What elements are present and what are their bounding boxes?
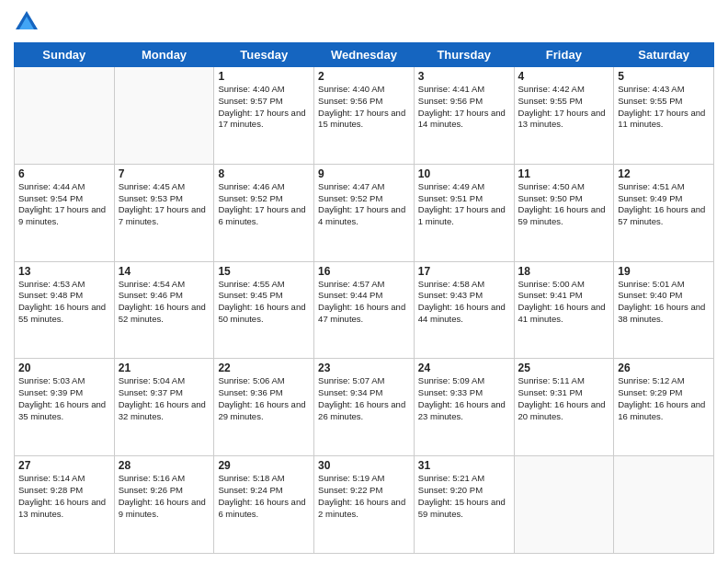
day-info: Sunrise: 5:06 AM Sunset: 9:36 PM Dayligh…: [218, 375, 310, 422]
calendar-cell: [514, 456, 614, 554]
day-info: Sunrise: 5:16 AM Sunset: 9:26 PM Dayligh…: [119, 473, 210, 520]
day-number: 12: [618, 167, 710, 180]
day-number: 10: [418, 167, 510, 180]
calendar-cell: 20Sunrise: 5:03 AM Sunset: 9:39 PM Dayli…: [15, 359, 115, 456]
calendar-cell: 29Sunrise: 5:18 AM Sunset: 9:24 PM Dayli…: [214, 456, 314, 554]
day-number: 24: [418, 362, 510, 374]
day-number: 9: [318, 167, 410, 180]
day-number: 25: [518, 362, 610, 374]
calendar-cell: 9Sunrise: 4:47 AM Sunset: 9:52 PM Daylig…: [314, 164, 415, 261]
day-number: 16: [318, 265, 410, 278]
calendar-cell: 19Sunrise: 5:01 AM Sunset: 9:40 PM Dayli…: [614, 261, 714, 359]
calendar-cell: 11Sunrise: 4:50 AM Sunset: 9:50 PM Dayli…: [514, 164, 614, 261]
calendar-cell: 28Sunrise: 5:16 AM Sunset: 9:26 PM Dayli…: [114, 456, 214, 554]
calendar-week-2: 6Sunrise: 4:44 AM Sunset: 9:54 PM Daylig…: [15, 164, 714, 261]
day-number: 19: [618, 265, 710, 278]
day-number: 21: [119, 362, 210, 374]
calendar-header-tuesday: Tuesday: [214, 43, 314, 67]
calendar-cell: 30Sunrise: 5:19 AM Sunset: 9:22 PM Dayli…: [314, 456, 415, 554]
calendar-cell: 13Sunrise: 4:53 AM Sunset: 9:48 PM Dayli…: [15, 261, 115, 359]
day-info: Sunrise: 4:47 AM Sunset: 9:52 PM Dayligh…: [318, 181, 410, 228]
day-number: 8: [218, 167, 310, 180]
page: SundayMondayTuesdayWednesdayThursdayFrid…: [0, 0, 728, 563]
logo-icon: [14, 9, 40, 35]
calendar-cell: 5Sunrise: 4:43 AM Sunset: 9:55 PM Daylig…: [614, 67, 714, 165]
day-number: 3: [418, 70, 510, 83]
calendar-cell: 6Sunrise: 4:44 AM Sunset: 9:54 PM Daylig…: [15, 164, 115, 261]
day-info: Sunrise: 5:19 AM Sunset: 9:22 PM Dayligh…: [318, 473, 410, 520]
day-number: 27: [18, 459, 110, 472]
calendar-cell: 21Sunrise: 5:04 AM Sunset: 9:37 PM Dayli…: [114, 359, 214, 456]
day-number: 18: [518, 265, 610, 278]
day-number: 29: [218, 459, 310, 472]
calendar-header-friday: Friday: [514, 43, 614, 67]
day-info: Sunrise: 4:40 AM Sunset: 9:57 PM Dayligh…: [218, 84, 310, 131]
calendar-cell: 25Sunrise: 5:11 AM Sunset: 9:31 PM Dayli…: [514, 359, 614, 456]
day-number: 6: [18, 167, 110, 180]
day-info: Sunrise: 5:12 AM Sunset: 9:29 PM Dayligh…: [618, 375, 710, 422]
day-info: Sunrise: 4:54 AM Sunset: 9:46 PM Dayligh…: [119, 279, 210, 326]
day-number: 4: [518, 70, 610, 83]
day-info: Sunrise: 5:00 AM Sunset: 9:41 PM Dayligh…: [518, 279, 610, 326]
day-number: 26: [618, 362, 710, 374]
calendar-header-thursday: Thursday: [414, 43, 514, 67]
day-info: Sunrise: 4:45 AM Sunset: 9:53 PM Dayligh…: [119, 181, 210, 228]
day-info: Sunrise: 5:01 AM Sunset: 9:40 PM Dayligh…: [618, 279, 710, 326]
calendar-cell: 16Sunrise: 4:57 AM Sunset: 9:44 PM Dayli…: [314, 261, 415, 359]
day-info: Sunrise: 5:07 AM Sunset: 9:34 PM Dayligh…: [318, 375, 410, 422]
calendar-header-sunday: Sunday: [15, 43, 115, 67]
calendar-cell: 24Sunrise: 5:09 AM Sunset: 9:33 PM Dayli…: [414, 359, 514, 456]
header: [14, 9, 714, 35]
calendar-cell: 8Sunrise: 4:46 AM Sunset: 9:52 PM Daylig…: [214, 164, 314, 261]
calendar-cell: 4Sunrise: 4:42 AM Sunset: 9:55 PM Daylig…: [514, 67, 614, 165]
calendar-week-3: 13Sunrise: 4:53 AM Sunset: 9:48 PM Dayli…: [15, 261, 714, 359]
day-info: Sunrise: 5:11 AM Sunset: 9:31 PM Dayligh…: [518, 375, 610, 422]
day-info: Sunrise: 5:04 AM Sunset: 9:37 PM Dayligh…: [119, 375, 210, 422]
calendar-cell: 26Sunrise: 5:12 AM Sunset: 9:29 PM Dayli…: [614, 359, 714, 456]
day-number: 14: [119, 265, 210, 278]
calendar-cell: 31Sunrise: 5:21 AM Sunset: 9:20 PM Dayli…: [414, 456, 514, 554]
day-number: 31: [418, 459, 510, 472]
calendar-table: SundayMondayTuesdayWednesdayThursdayFrid…: [14, 42, 714, 554]
calendar-cell: 2Sunrise: 4:40 AM Sunset: 9:56 PM Daylig…: [314, 67, 415, 165]
calendar-cell: 23Sunrise: 5:07 AM Sunset: 9:34 PM Dayli…: [314, 359, 415, 456]
day-number: 23: [318, 362, 410, 374]
calendar-cell: 12Sunrise: 4:51 AM Sunset: 9:49 PM Dayli…: [614, 164, 714, 261]
calendar-cell: 27Sunrise: 5:14 AM Sunset: 9:28 PM Dayli…: [15, 456, 115, 554]
day-info: Sunrise: 4:51 AM Sunset: 9:49 PM Dayligh…: [618, 181, 710, 228]
day-number: 2: [318, 70, 410, 83]
day-number: 20: [18, 362, 110, 374]
day-number: 1: [218, 70, 310, 83]
day-info: Sunrise: 4:53 AM Sunset: 9:48 PM Dayligh…: [18, 279, 110, 326]
day-number: 30: [318, 459, 410, 472]
day-info: Sunrise: 4:44 AM Sunset: 9:54 PM Dayligh…: [18, 181, 110, 228]
calendar-cell: 10Sunrise: 4:49 AM Sunset: 9:51 PM Dayli…: [414, 164, 514, 261]
calendar-header-saturday: Saturday: [614, 43, 714, 67]
calendar-cell: 3Sunrise: 4:41 AM Sunset: 9:56 PM Daylig…: [414, 67, 514, 165]
day-number: 28: [119, 459, 210, 472]
day-info: Sunrise: 4:42 AM Sunset: 9:55 PM Dayligh…: [518, 84, 610, 131]
day-info: Sunrise: 5:21 AM Sunset: 9:20 PM Dayligh…: [418, 473, 510, 520]
calendar-week-1: 1Sunrise: 4:40 AM Sunset: 9:57 PM Daylig…: [15, 67, 714, 165]
day-info: Sunrise: 5:03 AM Sunset: 9:39 PM Dayligh…: [18, 375, 110, 422]
calendar-cell: [15, 67, 115, 165]
day-info: Sunrise: 4:49 AM Sunset: 9:51 PM Dayligh…: [418, 181, 510, 228]
calendar-cell: [614, 456, 714, 554]
day-number: 11: [518, 167, 610, 180]
calendar-header-row: SundayMondayTuesdayWednesdayThursdayFrid…: [15, 43, 714, 67]
calendar-week-4: 20Sunrise: 5:03 AM Sunset: 9:39 PM Dayli…: [15, 359, 714, 456]
calendar-cell: 17Sunrise: 4:58 AM Sunset: 9:43 PM Dayli…: [414, 261, 514, 359]
day-info: Sunrise: 4:40 AM Sunset: 9:56 PM Dayligh…: [318, 84, 410, 131]
day-number: 7: [119, 167, 210, 180]
day-info: Sunrise: 4:46 AM Sunset: 9:52 PM Dayligh…: [218, 181, 310, 228]
day-info: Sunrise: 4:50 AM Sunset: 9:50 PM Dayligh…: [518, 181, 610, 228]
calendar-cell: 18Sunrise: 5:00 AM Sunset: 9:41 PM Dayli…: [514, 261, 614, 359]
day-info: Sunrise: 4:58 AM Sunset: 9:43 PM Dayligh…: [418, 279, 510, 326]
calendar-header-wednesday: Wednesday: [314, 43, 415, 67]
calendar-cell: 15Sunrise: 4:55 AM Sunset: 9:45 PM Dayli…: [214, 261, 314, 359]
calendar-cell: 14Sunrise: 4:54 AM Sunset: 9:46 PM Dayli…: [114, 261, 214, 359]
day-number: 15: [218, 265, 310, 278]
calendar-week-5: 27Sunrise: 5:14 AM Sunset: 9:28 PM Dayli…: [15, 456, 714, 554]
day-number: 5: [618, 70, 710, 83]
day-info: Sunrise: 5:18 AM Sunset: 9:24 PM Dayligh…: [218, 473, 310, 520]
